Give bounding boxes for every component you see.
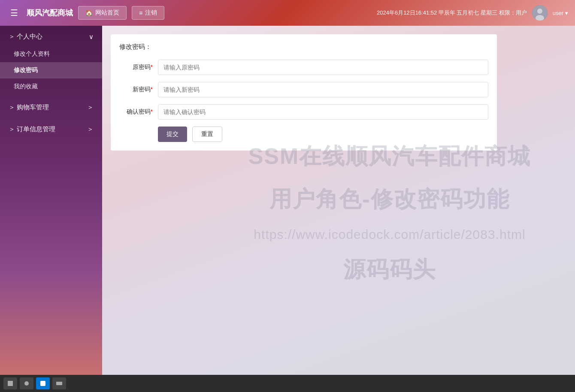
old-password-input[interactable] [158,60,488,75]
form-buttons: 提交 重置 [119,127,488,142]
watermark-line2: 用户角色-修改密码功能 [269,184,509,214]
logout-label: 注销 [145,9,157,17]
sidebar-personal-arrow: ∨ [89,33,94,41]
taskbar-item-1[interactable] [3,377,17,389]
site-title: 顺风汽配商城 [27,8,73,18]
confirm-password-input[interactable] [158,104,488,120]
sidebar-orders-label: ＞ 订单信息管理 [9,125,55,133]
taskbar [0,375,575,392]
reset-button[interactable]: 重置 [192,127,222,142]
svg-point-4 [24,381,29,386]
svg-rect-6 [56,382,62,385]
sidebar-personal-label: ＞ 个人中心 [9,33,42,41]
sidebar-cart-label: ＞ 购物车管理 [9,103,49,112]
taskbar-item-4[interactable] [52,377,66,389]
submit-button[interactable]: 提交 [158,127,187,142]
old-password-row: 原密码* [119,60,488,75]
sidebar-group-cart[interactable]: ＞ 购物车管理 ＞ [0,98,102,117]
home-icon: 🏠 [85,9,93,16]
confirm-password-row: 确认密码* [119,104,488,120]
chevron-right-small-icon: ＞ [9,103,15,111]
confirm-password-required: * [151,108,153,115]
logout-button[interactable]: ≡ 注销 [132,6,164,20]
body: ＞ 个人中心 ∨ 修改个人资料 修改密码 我的收藏 ＞ 购物车管理 ＞ [0,26,575,375]
home-label: 网站首页 [95,9,119,17]
user-name: user [553,10,563,16]
sidebar-group-orders[interactable]: ＞ 订单信息管理 ＞ [0,120,102,139]
chevron-right-icon: ＞ [9,33,15,40]
form-container: 修改密码： 原密码* 新密码* 确认密码* [111,34,497,151]
new-password-label: 新密码* [119,86,158,93]
sidebar-orders-arrow: ＞ [87,125,94,133]
watermark-line4: 源码码头 [343,255,436,285]
watermark-line3: https://www.icodedock.com/article/2083.h… [254,227,525,242]
main-content: SSM在线顺风汽车配件商城 用户角色-修改密码功能 https://www.ic… [102,26,575,375]
avatar [532,5,548,21]
sidebar-section-orders: ＞ 订单信息管理 ＞ [0,118,102,140]
sidebar-section-personal: ＞ 个人中心 ∨ 修改个人资料 修改密码 我的收藏 [0,26,102,96]
svg-rect-3 [8,381,13,386]
header: ☰ 顺风汽配商城 🏠 网站首页 ≡ 注销 2024年6月12日16:41:52 … [0,0,575,26]
sidebar-cart-arrow: ＞ [87,103,94,112]
form-title: 修改密码： [119,43,488,53]
header-left: ☰ 顺风汽配商城 🏠 网站首页 ≡ 注销 [7,6,164,20]
chevron-down-icon: ▾ [565,10,568,16]
svg-rect-5 [40,381,45,386]
home-button[interactable]: 🏠 网站首页 [78,6,127,20]
sidebar-item-favorites[interactable]: 我的收藏 [0,78,102,95]
logout-icon: ≡ [139,9,142,16]
sidebar: ＞ 个人中心 ∨ 修改个人资料 修改密码 我的收藏 ＞ 购物车管理 ＞ [0,26,102,375]
sidebar-section-cart: ＞ 购物车管理 ＞ [0,96,102,118]
sidebar-group-personal-center[interactable]: ＞ 个人中心 ∨ [0,27,102,46]
chevron-right-orders-icon: ＞ [9,125,15,133]
new-password-required: * [151,86,153,93]
taskbar-item-2[interactable] [20,377,33,389]
old-password-required: * [151,63,153,70]
header-right: 2024年6月12日16:41:52 甲辰年 五月初七 星期三 权限：用户 us… [377,5,568,21]
sidebar-item-change-password[interactable]: 修改密码 [0,62,102,78]
menu-toggle-button[interactable]: ☰ [7,6,21,20]
user-dropdown[interactable]: user ▾ [553,10,568,16]
svg-point-1 [537,9,542,14]
sidebar-item-edit-profile[interactable]: 修改个人资料 [0,46,102,62]
datetime-text: 2024年6月12日16:41:52 甲辰年 五月初七 星期三 权限：用户 [377,9,527,17]
taskbar-item-3[interactable] [36,377,50,389]
confirm-password-label: 确认密码* [119,108,158,116]
new-password-row: 新密码* [119,82,488,97]
new-password-input[interactable] [158,82,488,97]
old-password-label: 原密码* [119,63,158,71]
